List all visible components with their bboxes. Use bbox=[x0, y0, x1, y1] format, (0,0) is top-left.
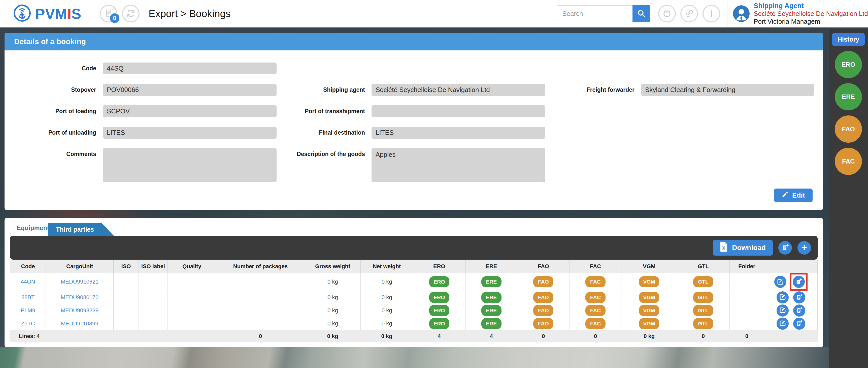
freight-forwarder-field bbox=[641, 84, 814, 96]
comments-field bbox=[103, 148, 277, 182]
description-of-goods-field: Apples bbox=[372, 148, 545, 182]
port-of-unloading-label: Port of unloading bbox=[4, 129, 103, 136]
fao-badge[interactable]: FAO bbox=[533, 292, 553, 303]
anchor-logo-icon bbox=[13, 4, 31, 23]
total-gtl: 0 bbox=[677, 330, 730, 342]
table-row: 44ON MEDU9910621 0 kg 0 kg ERO ERE FAO F… bbox=[10, 273, 817, 291]
user-role: Shipping Agent bbox=[754, 2, 868, 10]
download-button[interactable]: x Download bbox=[713, 240, 773, 256]
gtl-badge[interactable]: GTL bbox=[693, 292, 713, 303]
col-header-actions bbox=[764, 260, 817, 273]
fac-badge[interactable]: FAC bbox=[585, 292, 606, 303]
row-add-document-button[interactable] bbox=[793, 318, 805, 330]
port-of-loading-label: Port of loading bbox=[4, 108, 103, 115]
cargo-unit-link[interactable]: MEDU9110399 bbox=[61, 320, 98, 327]
vgm-badge[interactable]: VGM bbox=[639, 276, 659, 287]
col-header-cargounit: CargoUnit bbox=[46, 260, 114, 273]
row-edit-button[interactable] bbox=[777, 305, 789, 317]
documents-button[interactable]: 0 bbox=[100, 5, 117, 23]
vgm-badge[interactable]: VGM bbox=[639, 318, 659, 329]
sidebar-badge-fac[interactable]: FAC bbox=[835, 148, 862, 175]
edit-button[interactable]: Edit bbox=[774, 189, 813, 202]
ere-badge[interactable]: ERE bbox=[482, 318, 501, 329]
sidebar-badge-ero[interactable]: ERO bbox=[835, 51, 862, 78]
info-button[interactable] bbox=[703, 5, 720, 23]
sidebar-badge-fao[interactable]: FAO bbox=[835, 115, 862, 143]
document-plus-icon bbox=[781, 244, 789, 252]
fac-badge[interactable]: FAC bbox=[585, 276, 606, 287]
add-document-button[interactable] bbox=[778, 241, 792, 255]
user-organization: Port Victoria Managem bbox=[754, 18, 868, 25]
port-of-unloading-field bbox=[103, 127, 277, 139]
col-header-net-weight: Net weight bbox=[361, 260, 413, 273]
code-link[interactable]: PLM9 bbox=[21, 307, 35, 314]
row-add-document-button[interactable] bbox=[793, 291, 805, 304]
shipping-agent-label: Shipping agent bbox=[277, 86, 372, 93]
cargo-unit-link[interactable]: MEDU9080170 bbox=[61, 294, 98, 301]
svg-text:x: x bbox=[722, 245, 725, 251]
ero-badge[interactable]: ERO bbox=[429, 276, 450, 287]
comments-label: Comments bbox=[4, 148, 103, 158]
code-link[interactable]: 44ON bbox=[21, 279, 35, 285]
shipping-agent-field bbox=[372, 84, 545, 96]
fao-badge[interactable]: FAO bbox=[533, 276, 553, 287]
ere-badge[interactable]: ERE bbox=[482, 305, 501, 316]
port-aerial-photo-background bbox=[0, 347, 868, 368]
refresh-button[interactable] bbox=[122, 5, 140, 23]
port-of-transshipment-field bbox=[372, 105, 545, 117]
fao-badge[interactable]: FAO bbox=[533, 305, 553, 316]
search-icon bbox=[637, 9, 646, 19]
cargo-unit-link[interactable]: MEDU9093239 bbox=[61, 307, 98, 314]
col-header-ero: ERO bbox=[413, 260, 465, 273]
description-of-goods-label: Description of the goods bbox=[277, 148, 372, 158]
final-destination-field bbox=[372, 127, 545, 139]
third-parties-panel: Equipment Third parties x Download bbox=[4, 218, 823, 347]
gtl-badge[interactable]: GTL bbox=[693, 318, 713, 329]
gtl-badge[interactable]: GTL bbox=[693, 305, 713, 316]
logout-button[interactable] bbox=[658, 5, 676, 23]
code-field bbox=[103, 62, 277, 74]
panel-title: Details of a booking bbox=[4, 33, 823, 50]
col-header-iso-label: ISO label bbox=[138, 260, 167, 273]
total-packages: 0 bbox=[216, 330, 305, 342]
row-edit-button[interactable] bbox=[777, 291, 789, 304]
col-header-vgm: VGM bbox=[621, 260, 677, 273]
search-input[interactable] bbox=[557, 5, 632, 22]
fac-badge[interactable]: FAC bbox=[585, 318, 606, 329]
ero-badge[interactable]: ERO bbox=[429, 292, 450, 303]
user-info: Shipping Agent Société Seychelloise De N… bbox=[754, 2, 868, 25]
settings-button[interactable] bbox=[680, 5, 698, 23]
ero-badge[interactable]: ERO bbox=[429, 318, 450, 329]
table-row: Z5TC MEDU9110399 0 kg 0 kg ERO ERE FAO F… bbox=[10, 317, 817, 330]
cargo-units-table: Code CargoUnit ISO ISO label Quality Num… bbox=[10, 260, 817, 342]
tab-third-parties[interactable]: Third parties bbox=[49, 223, 114, 236]
table-footer-row: Lines: 4 0 0 kg 0 kg 4 4 0 0 0 kg 0 0 bbox=[10, 330, 817, 342]
history-button[interactable]: History bbox=[832, 33, 865, 46]
page-title: Export > Bookings bbox=[149, 8, 231, 20]
row-add-document-button[interactable] bbox=[793, 305, 805, 317]
cargo-unit-link[interactable]: MEDU9910621 bbox=[61, 279, 98, 285]
fac-badge[interactable]: FAC bbox=[585, 305, 606, 316]
ere-badge[interactable]: ERE bbox=[482, 276, 501, 287]
search-button[interactable] bbox=[632, 5, 650, 22]
code-link[interactable]: Z5TC bbox=[21, 320, 35, 327]
vgm-badge[interactable]: VGM bbox=[639, 305, 659, 316]
user-avatar[interactable] bbox=[733, 5, 750, 22]
row-edit-button[interactable] bbox=[777, 318, 789, 330]
total-folder: 0 bbox=[730, 330, 764, 342]
code-link[interactable]: 88BT bbox=[22, 294, 35, 301]
row-edit-button[interactable] bbox=[774, 276, 786, 288]
sidebar-badge-ere[interactable]: ERE bbox=[835, 83, 862, 110]
ere-badge[interactable]: ERE bbox=[482, 292, 501, 303]
app-logo[interactable]: PVMIS bbox=[0, 4, 92, 23]
fao-badge[interactable]: FAO bbox=[533, 318, 553, 329]
ero-badge[interactable]: ERO bbox=[429, 305, 450, 316]
click-highlight-box bbox=[790, 273, 808, 291]
tab-equipment[interactable]: Equipment bbox=[17, 224, 49, 232]
row-add-document-button[interactable] bbox=[793, 276, 805, 288]
add-row-button[interactable]: + bbox=[798, 241, 811, 255]
app-header: PVMIS 0 Export > Bookings bbox=[0, 0, 868, 27]
person-icon bbox=[734, 6, 749, 22]
gtl-badge[interactable]: GTL bbox=[693, 276, 713, 287]
vgm-badge[interactable]: VGM bbox=[639, 292, 659, 303]
